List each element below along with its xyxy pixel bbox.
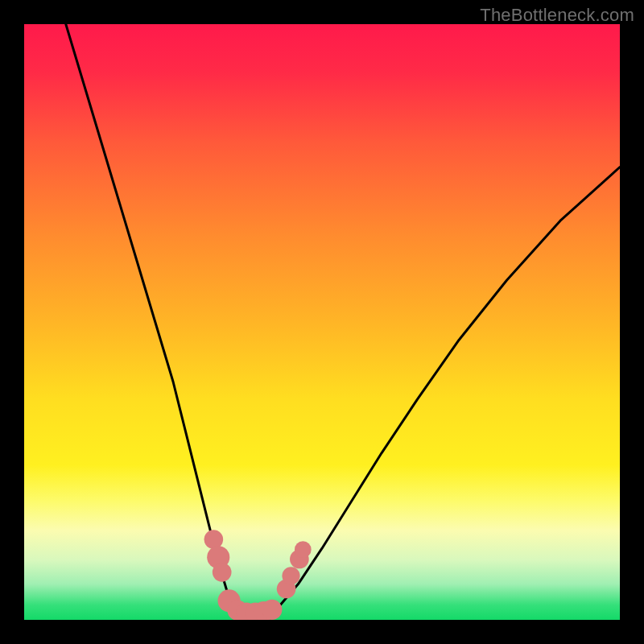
valley-markers [204,530,311,620]
plot-area [24,24,620,620]
valley-marker [282,567,299,584]
curve-lines [66,24,620,619]
valley-marker [262,600,282,620]
bottleneck-curve [66,24,620,619]
valley-marker [295,541,312,558]
watermark-text: TheBottleneck.com [480,5,634,26]
chart-svg [24,24,620,620]
valley-marker [213,563,232,582]
valley-marker [204,530,223,549]
outer-frame: TheBottleneck.com [0,0,644,644]
